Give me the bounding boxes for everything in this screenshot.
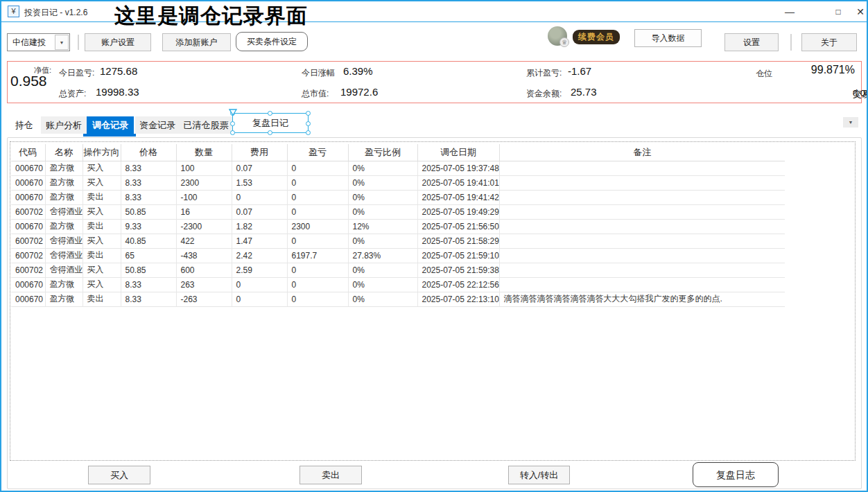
tab-overflow-button[interactable]: ▼ [843,117,858,128]
app-window: ¥ 投资日记 - v1.2.6 — □ ✕ 这里是调仓记录界面 中信建投 ▼ 账… [0,0,868,492]
selection-handle[interactable] [306,130,311,135]
toolbar-separator [790,34,792,51]
window-title: 投资日记 - v1.2.6 [24,7,87,19]
tab-holdings[interactable]: 持仓 [7,116,41,134]
trade-condition-button[interactable]: 买卖条件设定 [236,32,308,51]
selection-handle[interactable] [306,121,311,126]
account-settings-button[interactable]: 账户设置 [85,33,151,51]
buy-button[interactable]: 买入 [88,466,150,484]
transfer-button[interactable]: 转入/转出 [508,466,570,484]
toolbar-separator [78,35,79,50]
close-button[interactable]: ✕ [850,4,868,19]
stats-panel: 净值: 0.958 今日盈亏: 1275.68 总资产: 19998.33 今日… [7,61,862,103]
column-header[interactable]: 盈亏比例 [348,144,417,161]
table-row[interactable]: 600702舍得酒业买入50.85160.0700%2025-07-05 19:… [11,204,785,219]
total-assets-label: 总资产: [59,88,86,100]
table-row[interactable]: 000670盈方微买入8.3323001.5300%2025-07-05 19:… [11,175,785,190]
table-row[interactable]: 000670盈方微买入8.33263000%2025-07-05 22:12:5… [11,277,785,292]
cum-pl-value: -1.67 [568,65,591,77]
selection-handle[interactable] [306,111,311,116]
position-label: 仓位 [756,68,772,80]
column-header[interactable]: 价格 [121,144,176,161]
tab-account-analysis[interactable]: 账户分析 [41,116,87,134]
table-row[interactable]: 000670盈方微卖出8.33-100000%2025-07-05 19:41:… [11,190,785,204]
cash-balance-label: 资金余额: [526,88,562,100]
table-row[interactable]: 600702舍得酒业卖出65-4382.426197.727.83%2025-0… [11,248,785,263]
trade-fee-value: 0.00 [853,88,868,98]
table-row[interactable]: 600702舍得酒业买入50.856002.5900%2025-07-05 21… [11,263,785,277]
tab-cleared-stocks[interactable]: 已清仓股票 [180,116,232,134]
column-header[interactable]: 调仓日期 [417,144,499,161]
tab-review-diary-label: 复盘日记 [252,118,288,128]
sell-button[interactable]: 卖出 [300,466,362,484]
account-select-value: 中信建投 [12,37,46,47]
table-row[interactable]: 000670盈方微买入8.331000.0700%2025-07-05 19:3… [11,161,785,175]
tab-fund-records[interactable]: 资金记录 [135,116,180,134]
add-account-button[interactable]: 添加新账户 [162,33,231,51]
column-header[interactable]: 操作方向 [83,144,121,161]
account-select[interactable]: 中信建投 ▼ [7,33,70,51]
table-header-row: 代码名称操作方向价格数量费用盈亏盈亏比例调仓日期备注 [11,144,785,161]
table-row[interactable]: 000670盈方微卖出8.33-263000%2025-07-05 22:13:… [11,292,785,306]
cum-pl-label: 累计盈亏: [526,67,562,79]
table-row[interactable]: 600702舍得酒业买入40.854221.4700%2025-07-05 21… [11,234,785,248]
selection-handle[interactable] [268,130,272,135]
market-value-value: 19972.6 [340,86,378,98]
table-row[interactable]: 000670盈方微卖出9.33-23001.82230012%2025-07-0… [11,219,785,234]
selection-handle[interactable] [230,130,235,135]
minimize-button[interactable]: — [779,4,800,19]
today-change-label: 今日涨幅 [302,67,335,79]
column-header[interactable]: 名称 [45,144,83,161]
vip-renew-badge[interactable]: 续费会员 [573,30,620,44]
tab-adjust-records[interactable]: 调仓记录 [87,116,134,134]
import-data-button[interactable]: 导入数据 [634,29,702,47]
review-log-button[interactable]: 复盘日志 [693,462,779,487]
market-value-label: 总市值: [302,88,329,100]
column-header[interactable]: 备注 [499,144,785,161]
selection-handle[interactable] [268,111,272,116]
cash-balance-value: 25.73 [571,86,597,98]
settings-button[interactable]: 设置 [724,33,779,51]
today-pl-label: 今日盈亏: [59,67,94,79]
column-header[interactable]: 盈亏 [287,144,348,161]
selection-marker-icon [229,104,238,123]
active-tab-underline [83,134,136,137]
crown-icon: ♛ [559,37,569,47]
about-button[interactable]: 关于 [801,33,857,51]
net-value: 0.958 [10,73,47,89]
column-header[interactable]: 代码 [11,144,45,161]
combo-arrow-icon[interactable]: ▼ [55,35,69,50]
column-header[interactable]: 数量 [176,144,232,161]
column-header[interactable]: 费用 [232,144,287,161]
position-value: 99.871% [811,64,855,76]
tab-review-diary[interactable]: 复盘日记 [232,113,309,133]
annotation-text: 这里是调仓记录界面 [114,2,308,30]
total-assets-value: 19998.33 [96,86,139,98]
records-table: 代码名称操作方向价格数量费用盈亏盈亏比例调仓日期备注 000670盈方微买入8.… [11,144,785,307]
today-pl-value: 1275.68 [100,65,137,77]
today-change-value: 6.39% [343,65,373,77]
maximize-button[interactable]: □ [828,4,849,19]
app-icon: ¥ [8,6,19,17]
